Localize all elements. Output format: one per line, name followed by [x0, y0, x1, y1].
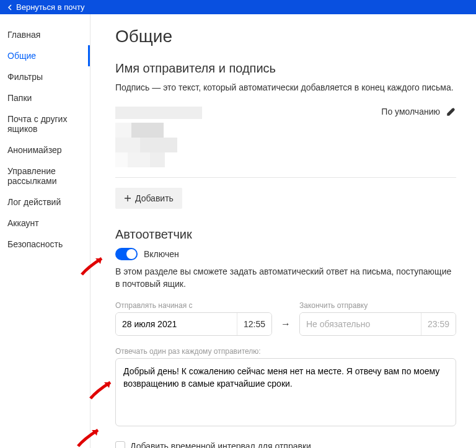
sidebar-item-folders[interactable]: Папки	[0, 87, 90, 108]
pencil-icon	[446, 107, 456, 116]
sidebar-item-other-mail[interactable]: Почта с других ящиков	[0, 108, 90, 139]
add-signature-button[interactable]: Добавить	[115, 188, 182, 209]
start-label: Отправлять начиная с	[115, 301, 272, 310]
sidebar-item-account[interactable]: Аккаунт	[0, 213, 90, 234]
start-date-group	[115, 312, 272, 336]
autoresponder-section: Автоответчик Включен В этом разделе вы с…	[115, 227, 456, 448]
end-time-input[interactable]	[421, 313, 456, 335]
reply-once-label: Отвечать один раз каждому отправителю:	[115, 347, 456, 356]
end-label: Закончить отправку	[299, 301, 456, 310]
enabled-label: Включен	[144, 249, 179, 259]
sidebar-item-mailing[interactable]: Управление рассылками	[0, 160, 90, 191]
start-date-input[interactable]	[116, 313, 237, 335]
plus-icon	[124, 195, 131, 202]
sidebar-item-filters[interactable]: Фильтры	[0, 66, 90, 87]
add-interval-label: Добавить временной интервал для отправки	[130, 441, 311, 448]
sidebar: Главная Общие Фильтры Папки Почта с друг…	[0, 14, 90, 448]
autoreply-textarea-wrap	[115, 358, 456, 426]
back-label: Вернуться в почту	[16, 2, 85, 12]
arrow-right-icon: →	[278, 318, 293, 336]
add-button-label: Добавить	[135, 193, 174, 203]
sidebar-item-log[interactable]: Лог действий	[0, 191, 90, 213]
auto-heading: Автоответчик	[115, 227, 456, 242]
end-date-group	[299, 312, 456, 336]
add-interval-checkbox[interactable]	[115, 441, 125, 448]
edit-signature-button[interactable]	[446, 107, 456, 116]
sender-signature-section: Имя отправителя и подпись Подпись — это …	[115, 61, 456, 209]
sender-description: Подпись — это текст, который автоматичес…	[115, 82, 456, 94]
signature-body-redacted	[115, 123, 456, 167]
sender-heading: Имя отправителя и подпись	[115, 61, 456, 76]
signature-name-redacted	[115, 107, 202, 119]
autoresponder-toggle[interactable]	[115, 248, 138, 260]
autoreply-message-input[interactable]	[123, 365, 448, 419]
annotation-arrow-2	[88, 379, 118, 401]
default-label: По умолчанию	[381, 107, 440, 116]
sidebar-item-main[interactable]: Главная	[0, 24, 90, 45]
start-time-input[interactable]	[237, 313, 271, 335]
chevron-left-icon	[7, 4, 12, 11]
signature-card: По умолчанию	[115, 107, 456, 178]
topbar: Вернуться в почту	[0, 0, 476, 14]
end-date-input[interactable]	[300, 313, 421, 335]
sidebar-item-security[interactable]: Безопасность	[0, 234, 90, 255]
auto-description: В этом разделе вы сможете задать автомат…	[115, 265, 456, 291]
page-title: Общие	[115, 27, 456, 46]
content: Общие Имя отправителя и подпись Подпись …	[90, 14, 476, 448]
back-to-mail-link[interactable]: Вернуться в почту	[7, 2, 85, 12]
sidebar-item-general[interactable]: Общие	[0, 45, 90, 66]
sidebar-item-anonymizer[interactable]: Анонимайзер	[0, 139, 90, 160]
